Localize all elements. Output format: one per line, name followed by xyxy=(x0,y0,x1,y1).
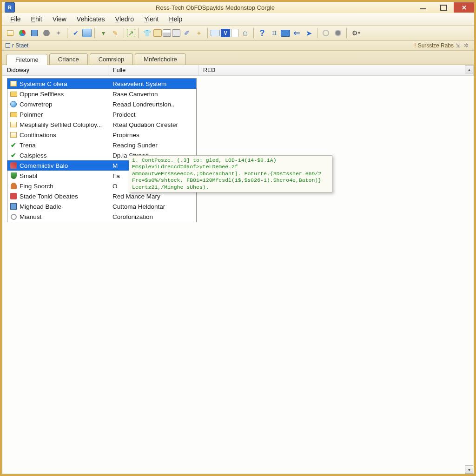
card-icon[interactable] xyxy=(211,30,220,36)
scroll-down-button[interactable]: ▾ xyxy=(465,465,473,474)
shirt-icon[interactable]: 👕 xyxy=(141,27,152,39)
gear-wheel-icon[interactable] xyxy=(41,27,52,39)
list-item-col2: Cuttoma Heldontar xyxy=(112,203,196,210)
toolbar-separator xyxy=(346,28,347,38)
folder-icon xyxy=(9,90,18,98)
page-icon xyxy=(9,80,18,87)
column-header-3[interactable]: RED xyxy=(198,65,474,75)
item-list: Systemie C oleraResevelent SystemOppne S… xyxy=(7,78,197,222)
list-item-col1: Mianust xyxy=(20,213,112,220)
column-header-2[interactable]: Fulle xyxy=(108,65,198,75)
question-icon[interactable]: ? xyxy=(257,27,268,39)
list-item-col1: Calspiess xyxy=(20,152,112,159)
status-right-label: Surssize Rabs xyxy=(418,42,454,49)
puzzle-icon xyxy=(9,192,18,200)
list-item-col2: Rteal Qudation Cirester xyxy=(112,121,196,128)
check-icon[interactable]: ✔ xyxy=(70,27,81,39)
doc-icon[interactable] xyxy=(231,29,238,37)
shield-icon xyxy=(9,172,18,179)
picture-icon[interactable] xyxy=(82,29,92,37)
menu-help[interactable]: Help xyxy=(164,14,187,24)
close-button[interactable] xyxy=(454,2,474,13)
tool-icon xyxy=(9,162,18,169)
person-icon xyxy=(9,182,18,190)
list-item[interactable]: Stade Tonid ObeatesRed Mance Mary xyxy=(7,191,196,201)
check-icon: ✔ xyxy=(9,141,18,149)
list-item[interactable]: ComvretropReaad Londreurtsion.. xyxy=(7,99,196,109)
arrow-left-icon[interactable]: ⇐ xyxy=(291,27,302,39)
list-item[interactable]: Oppne SeflfiessRase Canverton xyxy=(7,89,196,99)
list-item-col1: Stade Tonid Obeates xyxy=(20,193,112,200)
list-item[interactable]: Mesplialily Seffiled Coluploy...Rteal Qu… xyxy=(7,119,196,130)
list-item-col1: Mighoad Badle· xyxy=(20,203,112,210)
compass-icon[interactable]: ⌖ xyxy=(193,27,205,39)
plugin-icon[interactable]: ✦ xyxy=(53,27,64,39)
list-item[interactable]: Mighoad Badle·Cuttoma Heldontar xyxy=(7,201,196,212)
chip-icon xyxy=(9,203,18,210)
toolbar-separator xyxy=(124,28,124,38)
edit-icon[interactable]: ✐ xyxy=(181,27,192,39)
export-icon[interactable]: ⎙ xyxy=(239,27,251,39)
minimize-button[interactable] xyxy=(413,2,433,13)
list-item[interactable]: MianustCorofonization xyxy=(7,212,196,222)
menu-yient[interactable]: Yient xyxy=(139,14,163,24)
toolbar-separator xyxy=(67,28,67,38)
chip-icon[interactable] xyxy=(29,27,40,39)
window-title: Ross-Tech ObFDSpaylds Medonstop Corgle xyxy=(18,4,413,11)
list-item-col1: Comvretrop xyxy=(20,101,112,108)
settings-dropdown-icon[interactable]: ⚙▼ xyxy=(350,27,364,39)
menu-vledro[interactable]: Vledro xyxy=(111,14,139,24)
pie-chart-icon[interactable] xyxy=(17,27,28,39)
window-titlebar: R Ross-Tech ObFDSpaylds Medonstop Corgle xyxy=(2,2,474,13)
monitor-icon[interactable] xyxy=(281,30,290,37)
list-item-col2: Rase Canverton xyxy=(112,91,196,98)
list-item-col1: Conttinations xyxy=(20,132,112,139)
status-left-label: r Staet xyxy=(12,42,28,49)
toolbar-separator xyxy=(138,28,139,38)
column-header-1[interactable]: Didoway xyxy=(2,65,108,75)
maximize-button[interactable] xyxy=(433,2,454,13)
status-marker-icon xyxy=(6,43,10,48)
list-item[interactable]: PoinmerProidect xyxy=(7,109,196,119)
tab-filetome[interactable]: Filetome xyxy=(7,54,47,65)
tab-comrslop[interactable]: Comrslop xyxy=(90,53,133,65)
tab-strip: Filetome Criance Comrslop Mnferlchoire xyxy=(2,51,474,65)
tab-criance[interactable]: Criance xyxy=(49,53,88,65)
send-icon[interactable]: ➤ xyxy=(303,27,314,39)
toolbar-separator xyxy=(253,28,254,38)
window-icon[interactable] xyxy=(153,29,162,37)
grid-icon[interactable]: ⌗ xyxy=(269,27,280,39)
filter-icon[interactable]: ▾ xyxy=(98,27,109,39)
goto-icon[interactable]: ↗ xyxy=(127,29,135,37)
record-off-icon[interactable] xyxy=(320,27,331,39)
options-icon[interactable]: ✲ xyxy=(464,42,470,49)
new-doc-icon[interactable] xyxy=(5,27,16,39)
vcds-icon[interactable]: V xyxy=(221,29,230,37)
toolbar-separator xyxy=(94,28,95,38)
pencil-icon[interactable]: ✎ xyxy=(110,27,121,39)
list-item-col2: Propirnes xyxy=(112,132,196,139)
toolbar-separator xyxy=(317,28,317,38)
calendar-icon[interactable] xyxy=(163,29,171,37)
globe-icon xyxy=(9,100,18,108)
list-item-col2: Reaad Londreurtsion.. xyxy=(112,101,196,108)
panel-icon[interactable] xyxy=(172,29,180,37)
menu-vehicates[interactable]: Vehicates xyxy=(72,14,110,24)
record-on-icon[interactable] xyxy=(332,27,344,39)
main-content: Didoway Fulle RED Systemie C oleraReseve… xyxy=(2,65,474,474)
list-item-col2: Proidect xyxy=(112,111,196,118)
app-icon: R xyxy=(5,2,15,13)
toolbar: ✦ ✔ ▾ ✎ ↗ 👕 ✐ ⌖ V ⎙ ? ⌗ ⇐ ➤ ⚙▼ xyxy=(2,26,474,41)
list-item-col1: Mesplialily Seffiled Coluploy... xyxy=(20,121,112,128)
collapse-icon[interactable]: ⇲ xyxy=(456,42,462,49)
list-item-col1: Fing Soorch xyxy=(20,183,112,190)
list-item[interactable]: ✔TrenaReacing Sunder xyxy=(7,140,196,150)
scroll-up-button[interactable]: ▴ xyxy=(465,65,473,73)
menu-edit[interactable]: Ehit xyxy=(26,14,47,24)
menu-view[interactable]: View xyxy=(48,14,71,24)
tab-mnferlchoire[interactable]: Mnferlchoire xyxy=(135,53,186,65)
menu-file-label: ile xyxy=(14,15,21,23)
menu-file[interactable]: File xyxy=(6,14,26,24)
list-item[interactable]: Systemie C oleraResevelent System xyxy=(7,79,196,89)
list-item[interactable]: ConttinationsPropirnes xyxy=(7,130,196,140)
